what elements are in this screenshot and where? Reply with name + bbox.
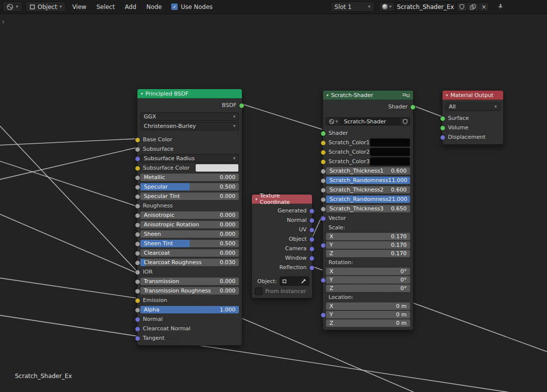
output-socket-reflection[interactable] <box>309 265 315 271</box>
rotation-z-field[interactable]: Z0° <box>326 285 410 292</box>
object-picker-field[interactable] <box>280 277 309 286</box>
new-material-button[interactable] <box>467 2 479 11</box>
node-header-material-output[interactable]: ▾ Material Output <box>442 91 503 100</box>
socket-location[interactable] <box>321 312 326 318</box>
output-socket-window[interactable] <box>309 256 315 261</box>
node-header-scratch-shader[interactable]: ▾ Scratch-Shader <box>323 91 413 100</box>
menu-view[interactable]: View <box>69 2 90 11</box>
socket-rotation[interactable] <box>321 278 326 283</box>
socket-clearcoat[interactable] <box>135 251 140 256</box>
socket-subsurface[interactable] <box>135 147 140 152</box>
scratch-color3-swatch[interactable] <box>370 157 410 166</box>
browse-material-button[interactable]: ▾ <box>379 2 395 11</box>
socket-shader-input[interactable] <box>321 131 326 136</box>
sheen-slider[interactable]: Sheen0.000 <box>140 230 239 238</box>
scale-x-field[interactable]: X0.170 <box>326 233 410 240</box>
socket-scratch-randomness2[interactable] <box>321 197 326 202</box>
browse-group-button[interactable]: ▾ <box>326 117 341 125</box>
menu-add[interactable]: Add <box>121 2 140 11</box>
target-dropdown[interactable]: All▾ <box>445 102 500 111</box>
slot-dropdown[interactable]: Slot 1 ▾ <box>330 1 374 12</box>
metallic-slider[interactable]: Metallic0.000 <box>140 174 239 181</box>
rotation-y-field[interactable]: Y0° <box>326 276 410 284</box>
socket-normal[interactable] <box>135 317 140 322</box>
node-header-texcoord[interactable]: ▾ Texture Coordinate <box>252 195 312 204</box>
socket-sheen-tint[interactable] <box>135 241 140 247</box>
editor-type-button[interactable]: ▾ <box>2 1 22 12</box>
pin-button[interactable] <box>497 3 504 10</box>
menu-node[interactable]: Node <box>143 2 165 11</box>
socket-sheen[interactable] <box>135 232 140 237</box>
location-y-field[interactable]: Y0 m <box>326 311 410 318</box>
scratch-randomness2-slider[interactable]: Scratch_Randomness21.000 <box>326 196 410 203</box>
socket-volume[interactable] <box>440 125 445 131</box>
socket-scratch-color3[interactable] <box>321 159 326 165</box>
socket-scratch-randomness1[interactable] <box>321 178 326 184</box>
output-socket-shader[interactable] <box>410 104 416 110</box>
socket-clearcoat-roughness[interactable] <box>135 260 140 266</box>
subsurface-radius-dropdown[interactable]: Subsurface Radius▾ <box>140 154 239 163</box>
scratch-thickness3-field[interactable]: Scratch_Thickness30.650 <box>326 205 410 212</box>
sheen-tint-slider[interactable]: Sheen Tint0.500 <box>140 240 239 247</box>
from-instancer-checkbox[interactable] <box>255 288 262 295</box>
alpha-slider[interactable]: Alpha1.000 <box>140 306 239 313</box>
socket-scratch-color1[interactable] <box>321 140 326 146</box>
scale-z-field[interactable]: Z0.170 <box>326 250 410 257</box>
scratch-thickness1-field[interactable]: Scratch_Thickness10.600 <box>326 167 410 175</box>
socket-surface[interactable] <box>440 116 445 121</box>
subsurface-method-dropdown[interactable]: Christensen-Burley▾ <box>140 122 239 130</box>
socket-transmission[interactable] <box>135 279 140 285</box>
socket-base-color[interactable] <box>135 137 140 143</box>
collapse-icon[interactable]: ▾ <box>141 92 143 96</box>
socket-subsurface-color[interactable] <box>135 166 140 171</box>
node-principled-bsdf[interactable]: ▾ Principled BSDF BSDF GGX▾ Christensen-… <box>137 89 242 346</box>
collapse-icon[interactable]: ▾ <box>446 93 448 98</box>
sidebar-toggle-arrow[interactable]: › <box>2 18 4 25</box>
socket-vector[interactable] <box>321 216 326 221</box>
socket-specular[interactable] <box>135 185 140 190</box>
socket-metallic[interactable] <box>135 175 140 181</box>
node-header-principled[interactable]: ▾ Principled BSDF <box>137 89 242 98</box>
transmission-roughness-slider[interactable]: Transmission Roughness0.000 <box>140 287 239 294</box>
specular-slider[interactable]: Specular0.500 <box>140 183 239 191</box>
socket-tangent[interactable] <box>135 336 140 341</box>
socket-displacement[interactable] <box>440 135 445 140</box>
socket-anisotropic[interactable] <box>135 213 140 218</box>
output-socket-generated[interactable] <box>309 208 315 214</box>
scratch-thickness2-field[interactable]: Scratch_Thickness20.600 <box>326 186 410 194</box>
socket-scratch-color2[interactable] <box>321 150 326 155</box>
specular-tint-slider[interactable]: Specular Tint0.000 <box>140 193 239 200</box>
scale-y-field[interactable]: Y0.170 <box>326 241 410 249</box>
node-texture-coordinate[interactable]: ▾ Texture Coordinate Generated Normal UV… <box>251 194 313 298</box>
output-socket-bsdf[interactable] <box>239 103 244 108</box>
scratch-color1-swatch[interactable] <box>370 138 410 147</box>
distribution-dropdown[interactable]: GGX▾ <box>140 112 239 121</box>
anisotropic-slider[interactable]: Anisotropic0.000 <box>140 211 239 219</box>
clearcoat-roughness-slider[interactable]: Clearcoat Roughness0.030 <box>140 259 239 266</box>
collapse-icon[interactable]: ▾ <box>327 93 328 98</box>
socket-clearcoat-normal[interactable] <box>135 326 140 332</box>
output-socket-camera[interactable] <box>309 246 315 252</box>
output-socket-uv[interactable] <box>309 227 315 233</box>
node-scratch-shader-group[interactable]: ▾ Scratch-Shader Shader ▾ Scratch-Shader… <box>323 90 414 330</box>
shader-type-dropdown[interactable]: Object ▾ <box>25 1 66 12</box>
unlink-material-button[interactable]: × <box>479 2 489 11</box>
collapse-icon[interactable]: ▾ <box>255 197 257 201</box>
subsurface-color-swatch[interactable] <box>195 164 239 172</box>
socket-emission[interactable] <box>135 298 140 303</box>
socket-roughness[interactable] <box>135 203 140 209</box>
transmission-slider[interactable]: Transmission0.000 <box>140 278 239 285</box>
socket-scratch-thickness3[interactable] <box>321 206 326 212</box>
socket-transmission-roughness[interactable] <box>135 289 140 294</box>
socket-scratch-thickness2[interactable] <box>321 188 326 193</box>
socket-ior[interactable] <box>135 270 140 275</box>
scratch-color2-swatch[interactable] <box>370 148 410 156</box>
location-x-field[interactable]: X0 m <box>326 302 410 310</box>
socket-scale[interactable] <box>321 243 326 248</box>
clearcoat-slider[interactable]: Clearcoat0.000 <box>140 249 239 257</box>
material-name-field[interactable]: Scratch_Shader_Ex <box>395 2 457 11</box>
socket-subsurface-radius[interactable] <box>135 156 140 162</box>
use-nodes-checkbox[interactable]: ✓ <box>171 3 178 10</box>
fake-user-button[interactable] <box>457 2 467 11</box>
eyedropper-button[interactable] <box>301 278 307 284</box>
